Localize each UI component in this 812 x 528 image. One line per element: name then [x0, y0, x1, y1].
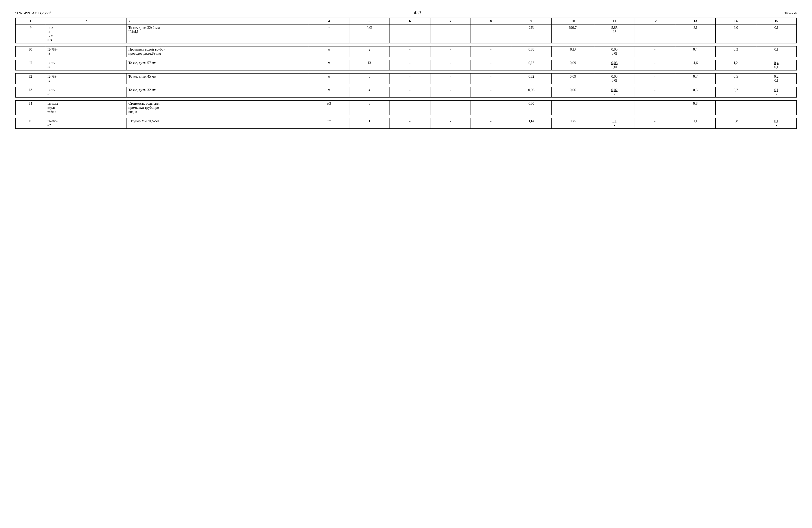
table-row: I2I2-758- -2То же, диам.45 ммм6---0,I20,…: [16, 74, 797, 84]
col-header-1: 1: [16, 18, 46, 25]
col15-cell: 0,40,I: [756, 60, 796, 71]
col-header-5: 5: [349, 18, 390, 25]
col15-cell: 0,I-: [756, 87, 796, 97]
desc-cell: То же, диам.32 мм: [127, 87, 309, 97]
desc-cell: То же, диам.45 мм: [127, 74, 309, 84]
col-header-15: 15: [756, 18, 796, 25]
table-row: I5I2-698- -I5Штуцер М20хI,5-50шт.I---I,I…: [16, 118, 797, 129]
col-header-8: 8: [470, 18, 511, 25]
col-header-12: 12: [635, 18, 675, 25]
ref-cell: I2-758- -2: [46, 60, 127, 71]
ref-cell: ЦМОI2 отд.II табл.2: [46, 101, 127, 115]
col-header-11: 11: [594, 18, 635, 25]
table-row: I3I2-758- -IТо же, диам.32 ммм4---0,080,…: [16, 87, 797, 97]
col11-cell: 0,030,0I: [594, 74, 635, 84]
col15-cell: 0,20,I: [756, 74, 796, 84]
ref-cell: I2-758- -3: [46, 46, 127, 57]
col-header-6: 6: [390, 18, 430, 25]
ref-cell: I2-698- -I5: [46, 118, 127, 129]
col11-cell: 0,I-: [594, 118, 635, 129]
col-header-13: 13: [675, 18, 715, 25]
col15-cell: 0,I-: [756, 46, 796, 57]
col11-cell: 5,85I,6: [594, 25, 635, 43]
header-center: — 420—: [409, 10, 425, 16]
col-header-4: 4: [309, 18, 349, 25]
page-header: 909-I-I99. Ал.I3,2,кн.б — 420— 19462-54: [15, 10, 797, 16]
desc-cell: То же, диам.57 мм: [127, 60, 309, 71]
desc-cell: Штуцер М20хI,5-50: [127, 118, 309, 129]
ref-cell: I2-2- -4 В.У. п.3: [46, 25, 127, 43]
table-row: I0I2-758- -3Промывка водой трубо- провод…: [16, 46, 797, 57]
spacer-row: [16, 57, 797, 60]
main-table: 1 2 3 4 5 6 7 8 9 10 11 12 13 14 15 9I2-…: [15, 18, 797, 129]
col-header-10: 10: [552, 18, 594, 25]
spacer-row: [16, 115, 797, 118]
spacer-row: [16, 71, 797, 74]
spacer-row: [16, 84, 797, 87]
col-header-3: 3: [127, 18, 309, 25]
ref-cell: I2-758- -2: [46, 74, 127, 84]
table-row: 9I2-2- -4 В.У. п.3То же, диам.32х2 мм I9…: [16, 25, 797, 43]
col-header-9: 9: [511, 18, 552, 25]
table-row: III2-758- -2То же, диам.57 мммI3---0,I20…: [16, 60, 797, 71]
desc-cell: Промывка водой трубо- проводов диам.89 м…: [127, 46, 309, 57]
col15-cell: -: [756, 101, 796, 115]
table-header-row: 1 2 3 4 5 6 7 8 9 10 11 12 13 14 15: [16, 18, 797, 25]
spacer-row: [16, 43, 797, 46]
col-header-14: 14: [716, 18, 756, 25]
col11-cell: 0,02-: [594, 87, 635, 97]
col15-cell: 0,I-: [756, 25, 796, 43]
desc-cell: Стоимость воды для промывки трубопро- во…: [127, 101, 309, 115]
col15-cell: 0,I-: [756, 118, 796, 129]
col11-cell: -: [594, 101, 635, 115]
header-left: 909-I-I99. Ал.I3,2,кн.б: [15, 11, 52, 15]
col-header-7: 7: [430, 18, 470, 25]
col11-cell: 0,050,0I: [594, 46, 635, 57]
desc-cell: То же, диам.32х2 мм I94хI,I: [127, 25, 309, 43]
col11-cell: 0,030,0I: [594, 60, 635, 71]
ref-cell: I2-758- -I: [46, 87, 127, 97]
header-right: 19462-54: [782, 11, 797, 15]
table-row: I4ЦМОI2 отд.II табл.2Стоимость воды для …: [16, 101, 797, 115]
col-header-2: 2: [46, 18, 127, 25]
spacer-row: [16, 97, 797, 101]
